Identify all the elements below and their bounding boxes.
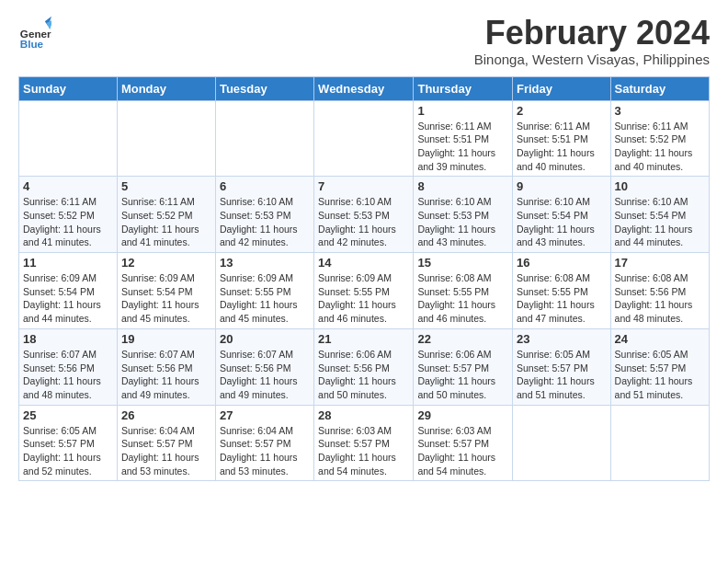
month-title: February 2024: [474, 15, 710, 52]
day-number: 5: [121, 179, 211, 193]
day-number: 11: [23, 256, 113, 270]
day-number: 20: [220, 332, 310, 346]
day-info: Sunrise: 6:04 AM Sunset: 5:57 PM Dayligh…: [220, 424, 310, 478]
calendar-header-row: SundayMondayTuesdayWednesdayThursdayFrid…: [19, 76, 710, 100]
day-number: 22: [417, 332, 508, 346]
weekday-header: Tuesday: [215, 76, 313, 100]
calendar-cell: 21Sunrise: 6:06 AM Sunset: 5:56 PM Dayli…: [314, 328, 414, 405]
day-info: Sunrise: 6:06 AM Sunset: 5:56 PM Dayligh…: [318, 348, 409, 402]
calendar-cell: 11Sunrise: 6:09 AM Sunset: 5:54 PM Dayli…: [19, 253, 118, 329]
calendar-cell: 25Sunrise: 6:05 AM Sunset: 5:57 PM Dayli…: [19, 405, 118, 481]
day-info: Sunrise: 6:05 AM Sunset: 5:57 PM Dayligh…: [615, 348, 705, 402]
day-info: Sunrise: 6:07 AM Sunset: 5:56 PM Dayligh…: [23, 348, 113, 402]
day-info: Sunrise: 6:08 AM Sunset: 5:55 PM Dayligh…: [417, 271, 508, 326]
calendar-cell: 23Sunrise: 6:05 AM Sunset: 5:57 PM Dayli…: [513, 328, 611, 405]
day-number: 2: [517, 104, 607, 118]
calendar-cell: 20Sunrise: 6:07 AM Sunset: 5:56 PM Dayli…: [215, 328, 313, 405]
day-info: Sunrise: 6:10 AM Sunset: 5:54 PM Dayligh…: [517, 195, 607, 249]
calendar-cell: 5Sunrise: 6:11 AM Sunset: 5:52 PM Daylig…: [117, 177, 215, 253]
calendar-cell: [215, 100, 313, 177]
calendar-cell: 18Sunrise: 6:07 AM Sunset: 5:56 PM Dayli…: [19, 328, 118, 405]
day-info: Sunrise: 6:10 AM Sunset: 5:53 PM Dayligh…: [417, 195, 508, 249]
day-info: Sunrise: 6:11 AM Sunset: 5:51 PM Dayligh…: [517, 120, 607, 174]
day-info: Sunrise: 6:10 AM Sunset: 5:53 PM Dayligh…: [318, 195, 409, 249]
calendar-cell: [314, 100, 414, 177]
weekday-header: Friday: [513, 76, 611, 100]
day-number: 15: [417, 256, 508, 270]
day-info: Sunrise: 6:06 AM Sunset: 5:57 PM Dayligh…: [417, 348, 508, 402]
day-info: Sunrise: 6:11 AM Sunset: 5:52 PM Dayligh…: [23, 195, 113, 249]
day-number: 18: [23, 332, 113, 346]
day-number: 7: [318, 179, 409, 193]
day-info: Sunrise: 6:09 AM Sunset: 5:54 PM Dayligh…: [23, 271, 113, 326]
day-info: Sunrise: 6:09 AM Sunset: 5:55 PM Dayligh…: [220, 271, 310, 326]
calendar-cell: [117, 100, 215, 177]
day-number: 10: [615, 179, 705, 193]
day-number: 29: [417, 408, 508, 422]
day-info: Sunrise: 6:10 AM Sunset: 5:54 PM Dayligh…: [615, 195, 705, 249]
calendar-cell: 16Sunrise: 6:08 AM Sunset: 5:55 PM Dayli…: [513, 253, 611, 329]
calendar-cell: 14Sunrise: 6:09 AM Sunset: 5:55 PM Dayli…: [314, 253, 414, 329]
day-number: 9: [517, 179, 607, 193]
calendar-cell: 9Sunrise: 6:10 AM Sunset: 5:54 PM Daylig…: [513, 177, 611, 253]
calendar-cell: 28Sunrise: 6:03 AM Sunset: 5:57 PM Dayli…: [314, 405, 414, 481]
calendar-cell: 12Sunrise: 6:09 AM Sunset: 5:54 PM Dayli…: [117, 253, 215, 329]
calendar-cell: [513, 405, 611, 481]
day-info: Sunrise: 6:11 AM Sunset: 5:52 PM Dayligh…: [615, 120, 705, 174]
weekday-header: Monday: [117, 76, 215, 100]
calendar-cell: 3Sunrise: 6:11 AM Sunset: 5:52 PM Daylig…: [610, 100, 709, 177]
day-number: 8: [417, 179, 508, 193]
day-info: Sunrise: 6:04 AM Sunset: 5:57 PM Dayligh…: [121, 424, 211, 478]
day-info: Sunrise: 6:09 AM Sunset: 5:54 PM Dayligh…: [121, 271, 211, 326]
calendar-cell: 2Sunrise: 6:11 AM Sunset: 5:51 PM Daylig…: [513, 100, 611, 177]
day-number: 17: [615, 256, 705, 270]
day-number: 19: [121, 332, 211, 346]
day-info: Sunrise: 6:08 AM Sunset: 5:55 PM Dayligh…: [517, 271, 607, 326]
calendar-table: SundayMondayTuesdayWednesdayThursdayFrid…: [18, 76, 710, 482]
day-info: Sunrise: 6:11 AM Sunset: 5:52 PM Dayligh…: [121, 195, 211, 249]
day-number: 21: [318, 332, 409, 346]
title-area: February 2024 Binonga, Western Visayas, …: [474, 15, 710, 67]
calendar-cell: 15Sunrise: 6:08 AM Sunset: 5:55 PM Dayli…: [414, 253, 513, 329]
day-info: Sunrise: 6:03 AM Sunset: 5:57 PM Dayligh…: [318, 424, 409, 478]
day-number: 1: [417, 104, 508, 118]
day-number: 25: [23, 408, 113, 422]
calendar-cell: 8Sunrise: 6:10 AM Sunset: 5:53 PM Daylig…: [414, 177, 513, 253]
day-number: 16: [517, 256, 607, 270]
calendar-cell: [610, 405, 709, 481]
calendar-cell: 26Sunrise: 6:04 AM Sunset: 5:57 PM Dayli…: [117, 405, 215, 481]
logo-icon: General Blue: [18, 15, 51, 48]
calendar-cell: 1Sunrise: 6:11 AM Sunset: 5:51 PM Daylig…: [414, 100, 513, 177]
location-label: Binonga, Western Visayas, Philippines: [474, 52, 710, 67]
calendar-cell: 22Sunrise: 6:06 AM Sunset: 5:57 PM Dayli…: [414, 328, 513, 405]
day-number: 13: [220, 256, 310, 270]
day-info: Sunrise: 6:10 AM Sunset: 5:53 PM Dayligh…: [220, 195, 310, 249]
day-number: 14: [318, 256, 409, 270]
calendar-cell: [19, 100, 118, 177]
day-number: 23: [517, 332, 607, 346]
calendar-cell: 17Sunrise: 6:08 AM Sunset: 5:56 PM Dayli…: [610, 253, 709, 329]
calendar-cell: 27Sunrise: 6:04 AM Sunset: 5:57 PM Dayli…: [215, 405, 313, 481]
svg-text:Blue: Blue: [20, 38, 44, 48]
day-info: Sunrise: 6:09 AM Sunset: 5:55 PM Dayligh…: [318, 271, 409, 326]
day-number: 28: [318, 408, 409, 422]
calendar-cell: 4Sunrise: 6:11 AM Sunset: 5:52 PM Daylig…: [19, 177, 118, 253]
calendar-cell: 6Sunrise: 6:10 AM Sunset: 5:53 PM Daylig…: [215, 177, 313, 253]
calendar-week-row: 4Sunrise: 6:11 AM Sunset: 5:52 PM Daylig…: [19, 177, 710, 253]
calendar-cell: 24Sunrise: 6:05 AM Sunset: 5:57 PM Dayli…: [610, 328, 709, 405]
day-number: 3: [615, 104, 705, 118]
day-number: 6: [220, 179, 310, 193]
logo: General Blue General Blue: [18, 15, 51, 48]
day-number: 26: [121, 408, 211, 422]
calendar-cell: 7Sunrise: 6:10 AM Sunset: 5:53 PM Daylig…: [314, 177, 414, 253]
day-info: Sunrise: 6:07 AM Sunset: 5:56 PM Dayligh…: [121, 348, 211, 402]
calendar-week-row: 25Sunrise: 6:05 AM Sunset: 5:57 PM Dayli…: [19, 405, 710, 481]
day-info: Sunrise: 6:05 AM Sunset: 5:57 PM Dayligh…: [517, 348, 607, 402]
day-info: Sunrise: 6:03 AM Sunset: 5:57 PM Dayligh…: [417, 424, 508, 478]
calendar-week-row: 11Sunrise: 6:09 AM Sunset: 5:54 PM Dayli…: [19, 253, 710, 329]
day-number: 4: [23, 179, 113, 193]
calendar-week-row: 18Sunrise: 6:07 AM Sunset: 5:56 PM Dayli…: [19, 328, 710, 405]
day-info: Sunrise: 6:05 AM Sunset: 5:57 PM Dayligh…: [23, 424, 113, 478]
weekday-header: Sunday: [19, 76, 118, 100]
calendar-cell: 13Sunrise: 6:09 AM Sunset: 5:55 PM Dayli…: [215, 253, 313, 329]
